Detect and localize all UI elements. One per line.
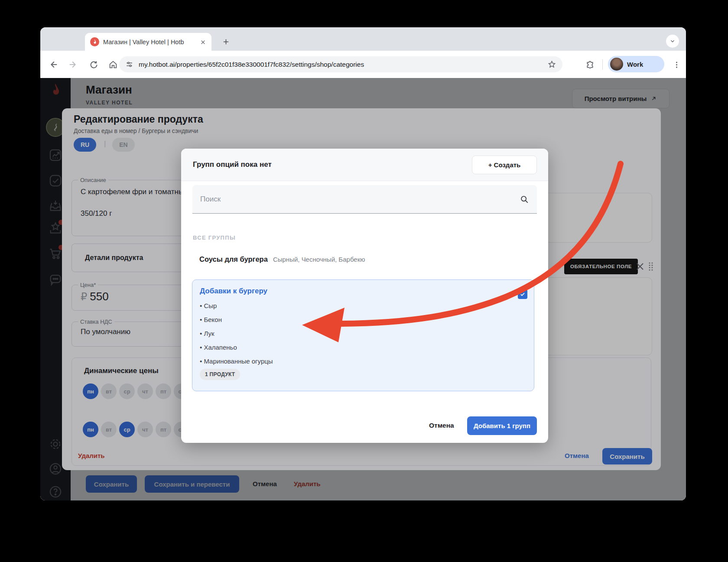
add-groups-button[interactable]: Добавить 1 групп xyxy=(467,416,537,435)
profile-chip[interactable]: Work xyxy=(608,56,664,72)
extensions-icon[interactable] xyxy=(583,58,597,71)
group-checkbox[interactable] xyxy=(518,289,527,299)
tab-title: Магазин | Valley Hotel | Hotb xyxy=(103,39,184,45)
tab-search-chevron-button[interactable] xyxy=(666,35,679,48)
hotbot-favicon xyxy=(90,37,99,46)
reload-icon[interactable] xyxy=(87,58,101,71)
option-groups-modal: Групп опций пока нет + Создать ВСЕ ГРУПП… xyxy=(181,149,548,443)
profile-avatar xyxy=(610,58,623,71)
toolbar-divider xyxy=(602,59,603,70)
profile-name: Work xyxy=(627,61,643,68)
groups-section-label: ВСЕ ГРУППЫ xyxy=(193,234,236,241)
search-input[interactable] xyxy=(200,195,520,204)
selected-group-card[interactable]: Добавки к бургеру Сыр Бекон Лук Халапень… xyxy=(192,279,534,391)
forward-icon[interactable] xyxy=(66,58,80,71)
tab-strip: Магазин | Valley Hotel | Hotb xyxy=(40,27,686,51)
page-content: Магазин VALLEY HOTEL Просмотр витрины Со… xyxy=(40,78,686,500)
back-icon[interactable] xyxy=(46,58,60,71)
group-name: Соусы для бургера xyxy=(199,255,268,263)
browser-menu-icon[interactable] xyxy=(670,58,683,71)
group-row[interactable]: Соусы для бургера Сырный, Чесночный, Бар… xyxy=(199,255,365,263)
home-icon[interactable] xyxy=(106,58,120,71)
browser-window: Магазин | Valley Hotel | Hotb xyxy=(40,27,686,500)
options-cancel-button[interactable]: Отмена xyxy=(429,422,454,429)
bookmark-star-icon[interactable] xyxy=(547,60,556,69)
address-bar[interactable]: my.hotbot.ai/properties/65f2c01f38e33000… xyxy=(119,56,562,72)
group-option-item: Сыр xyxy=(200,302,217,309)
group-option-item: Лук xyxy=(200,330,214,337)
options-modal-header: Групп опций пока нет + Создать xyxy=(181,149,548,181)
url-text[interactable]: my.hotbot.ai/properties/65f2c01f38e33000… xyxy=(139,61,542,68)
options-modal-title: Групп опций пока нет xyxy=(193,160,272,169)
group-description: Сырный, Чесночный, Барбекю xyxy=(273,256,365,263)
group-option-item: Халапеньо xyxy=(200,344,237,351)
site-info-icon[interactable] xyxy=(125,60,133,68)
group-option-item: Маринованные огурцы xyxy=(200,357,273,365)
tab-close-icon[interactable] xyxy=(198,38,207,46)
new-tab-button[interactable] xyxy=(220,36,231,47)
product-count-badge: 1 ПРОДУКТ xyxy=(200,369,240,380)
browser-tab[interactable]: Магазин | Valley Hotel | Hotb xyxy=(85,33,211,51)
group-option-item: Бекон xyxy=(200,316,222,323)
group-search-field[interactable] xyxy=(192,185,537,214)
create-group-button[interactable]: + Создать xyxy=(472,156,537,174)
browser-toolbar: my.hotbot.ai/properties/65f2c01f38e33000… xyxy=(40,51,686,78)
selected-group-name: Добавки к бургеру xyxy=(200,287,267,296)
search-icon xyxy=(520,195,529,204)
